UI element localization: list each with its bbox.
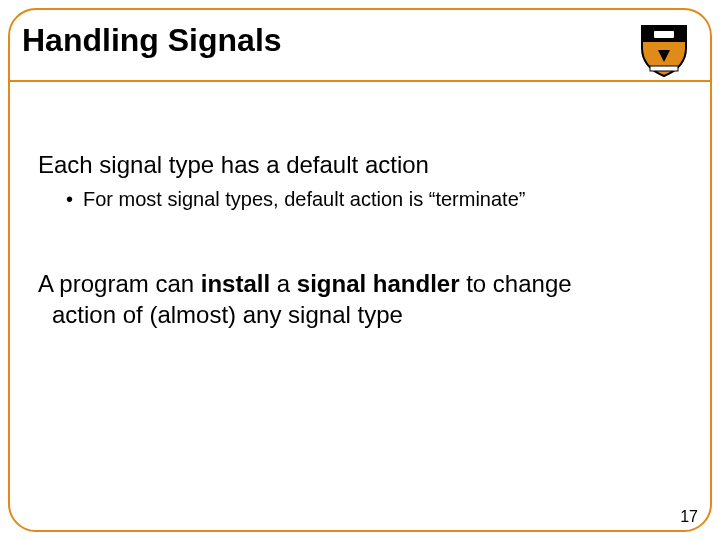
body-paragraph-1: Each signal type has a default action — [38, 150, 682, 180]
slide-body: Each signal type has a default action • … — [38, 150, 682, 330]
bullet-icon: • — [66, 186, 73, 212]
page-number: 17 — [680, 508, 698, 526]
p2-post: to change — [460, 270, 572, 297]
body-paragraph-2: A program can install a signal handler t… — [38, 268, 682, 330]
p2-pre: A program can — [38, 270, 201, 297]
body-sub-1-text: For most signal types, default action is… — [83, 186, 525, 212]
body-sub-1: • For most signal types, default action … — [38, 186, 682, 212]
p2-bold-signal-handler: signal handler — [297, 270, 460, 297]
slide-title: Handling Signals — [22, 22, 282, 59]
svg-rect-1 — [650, 66, 678, 71]
slide: Handling Signals Each signal type has a … — [0, 0, 720, 540]
p2-mid: a — [270, 270, 297, 297]
title-divider — [10, 80, 710, 82]
princeton-shield-icon — [636, 22, 692, 78]
p2-bold-install: install — [201, 270, 270, 297]
svg-rect-0 — [654, 31, 674, 38]
p2-continuation: action of (almost) any signal type — [38, 299, 682, 330]
